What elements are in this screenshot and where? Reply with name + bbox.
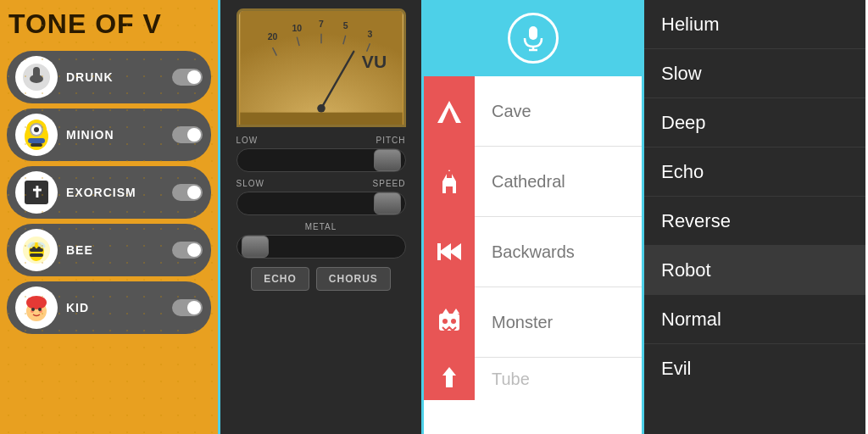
voice-label-minion: MINION bbox=[66, 128, 164, 142]
panel3-effects-list: Cave Cathedral Ba bbox=[424, 0, 644, 434]
avatar-minion bbox=[15, 114, 58, 156]
tube-icon bbox=[424, 358, 475, 400]
svg-point-2 bbox=[30, 75, 43, 83]
svg-rect-52 bbox=[437, 243, 441, 260]
pitch-high-label: PITCH bbox=[376, 136, 406, 145]
cathedral-label: Cathedral bbox=[475, 172, 565, 192]
svg-rect-14 bbox=[30, 248, 43, 252]
voice-label-drunk: DRUNK bbox=[66, 70, 164, 84]
svg-rect-40 bbox=[240, 113, 402, 125]
toggle-kid[interactable] bbox=[172, 299, 203, 316]
svg-text:7: 7 bbox=[319, 19, 324, 29]
app-title-text: TONE OF V bbox=[0, 0, 218, 48]
effect-item-monster[interactable]: Monster bbox=[424, 287, 642, 358]
panel1-tone: TONE OF V DRUNK bbox=[0, 0, 220, 434]
voice-item2-robot[interactable]: Robot bbox=[644, 246, 865, 295]
tube-label: Tube bbox=[475, 370, 530, 389]
effect-item-backwards[interactable]: Backwards bbox=[424, 217, 642, 287]
metal-labels: METAL bbox=[236, 222, 406, 231]
toggle-bee[interactable] bbox=[172, 242, 203, 259]
speed-low-label: SLOW bbox=[236, 179, 264, 188]
svg-text:20: 20 bbox=[267, 31, 277, 42]
voice-item-kid[interactable]: KID bbox=[7, 281, 211, 334]
svg-point-19 bbox=[37, 247, 41, 250]
svg-point-24 bbox=[31, 308, 35, 311]
avatar-bee bbox=[15, 229, 58, 271]
svg-text:VU: VU bbox=[361, 52, 386, 71]
toggle-drunk[interactable] bbox=[172, 69, 203, 86]
panel2-effects: 20 10 7 5 3 VU bbox=[220, 0, 424, 434]
cave-label: Cave bbox=[475, 102, 531, 121]
pitch-slider[interactable] bbox=[236, 148, 406, 172]
avatar-kid bbox=[15, 287, 58, 329]
pitch-labels: LOW PITCH bbox=[236, 136, 406, 145]
cathedral-icon bbox=[424, 147, 475, 217]
metal-thumb[interactable] bbox=[242, 236, 269, 258]
sliders-section: LOW PITCH SLOW SPEED METAL bbox=[236, 136, 406, 259]
voice-item-minion[interactable]: MINION bbox=[7, 108, 211, 161]
speed-labels: SLOW SPEED bbox=[236, 179, 406, 188]
echo-label: Echo bbox=[661, 161, 704, 183]
effect-item-tube[interactable]: Tube bbox=[424, 358, 642, 400]
backwards-icon bbox=[424, 217, 475, 287]
fx-buttons: ECHO CHORUS bbox=[251, 267, 391, 291]
svg-text:3: 3 bbox=[367, 29, 372, 39]
effect-item-cathedral[interactable]: Cathedral bbox=[424, 147, 642, 217]
svg-rect-41 bbox=[529, 26, 537, 40]
voice-item2-slow[interactable]: Slow bbox=[644, 49, 865, 98]
monster-label: Monster bbox=[475, 313, 553, 332]
voice-list: DRUNK MINION bbox=[0, 48, 218, 337]
metal-slider-row: METAL bbox=[236, 222, 406, 259]
voice-label-kid: KID bbox=[66, 301, 164, 314]
svg-point-57 bbox=[451, 319, 456, 324]
svg-point-18 bbox=[32, 247, 36, 250]
toggle-exorcism[interactable] bbox=[172, 184, 203, 201]
deep-label: Deep bbox=[661, 112, 706, 134]
voice-item2-normal[interactable]: Normal bbox=[644, 295, 865, 344]
pitch-low-label: LOW bbox=[236, 136, 259, 145]
voice-item-drunk[interactable]: DRUNK bbox=[7, 51, 211, 103]
chorus-button[interactable]: CHORUS bbox=[316, 267, 391, 291]
voice-item-bee[interactable]: BEE bbox=[7, 224, 211, 276]
voice-item2-deep[interactable]: Deep bbox=[644, 98, 865, 147]
svg-point-39 bbox=[317, 104, 326, 113]
svg-marker-51 bbox=[449, 243, 461, 260]
svg-text:10: 10 bbox=[292, 23, 302, 33]
reverse-label: Reverse bbox=[661, 210, 731, 232]
panel3-header bbox=[424, 0, 642, 76]
cave-icon bbox=[424, 76, 475, 147]
svg-text:✝: ✝ bbox=[31, 184, 43, 201]
voice-item-exorcism[interactable]: ✝ EXORCISM bbox=[7, 166, 211, 219]
mic-icon-circle[interactable] bbox=[508, 13, 559, 64]
svg-marker-54 bbox=[442, 309, 449, 314]
speed-slider-row: SLOW SPEED bbox=[236, 179, 406, 215]
backwards-label: Backwards bbox=[475, 242, 575, 262]
robot-label: Robot bbox=[661, 259, 711, 281]
voice-item2-helium[interactable]: Helium bbox=[644, 0, 865, 49]
effect-item-cave[interactable]: Cave bbox=[424, 76, 642, 147]
voice-label-exorcism: EXORCISM bbox=[66, 186, 164, 199]
voice-item2-evil[interactable]: Evil bbox=[644, 344, 865, 393]
echo-button[interactable]: ECHO bbox=[251, 267, 309, 291]
metal-slider[interactable] bbox=[236, 235, 406, 259]
svg-point-21 bbox=[26, 296, 47, 309]
voice-label-bee: BEE bbox=[66, 243, 164, 257]
speed-high-label: SPEED bbox=[373, 179, 406, 188]
svg-point-56 bbox=[442, 319, 448, 324]
svg-point-7 bbox=[34, 127, 39, 132]
svg-rect-9 bbox=[31, 143, 42, 147]
avatar-exorcism: ✝ bbox=[15, 171, 58, 214]
monster-icon bbox=[424, 287, 475, 358]
toggle-minion[interactable] bbox=[172, 126, 203, 143]
speed-thumb[interactable] bbox=[374, 192, 401, 214]
svg-rect-15 bbox=[30, 253, 43, 257]
svg-rect-8 bbox=[28, 138, 45, 143]
pitch-thumb[interactable] bbox=[374, 149, 401, 171]
voice-item2-reverse[interactable]: Reverse bbox=[644, 197, 865, 246]
pitch-slider-row: LOW PITCH bbox=[236, 136, 406, 172]
vu-meter: 20 10 7 5 3 VU bbox=[236, 8, 406, 127]
speed-slider[interactable] bbox=[236, 192, 406, 215]
evil-label: Evil bbox=[661, 358, 691, 380]
svg-text:5: 5 bbox=[342, 20, 348, 31]
voice-item2-echo[interactable]: Echo bbox=[644, 147, 865, 197]
